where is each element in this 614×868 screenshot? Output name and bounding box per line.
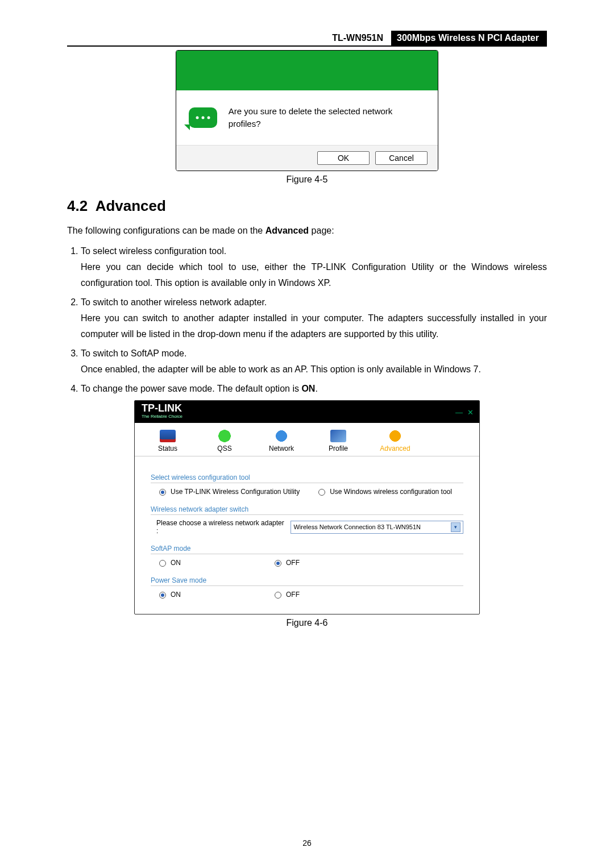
header-desc: 300Mbps Wireless N PCI Adapter — [391, 31, 547, 45]
figure-4-6-caption: Figure 4-6 — [67, 618, 547, 628]
section-title: Advanced — [96, 197, 166, 214]
list-item: To switch to another wireless network ad… — [81, 294, 547, 342]
section-intro: The following configurations can be made… — [67, 223, 547, 239]
header-model: TL-WN951N — [324, 31, 391, 45]
list-item: To switch to SoftAP mode. Once enabled, … — [81, 346, 547, 377]
radio-windows-tool[interactable]: Use Windows wireless configuration tool — [316, 487, 452, 496]
page-number: 26 — [0, 838, 614, 848]
qss-icon — [217, 430, 233, 442]
figure-4-5-caption: Figure 4-5 — [67, 175, 547, 185]
radio-softap-off[interactable]: OFF — [272, 558, 300, 567]
tp-link-utility-window: TP-LINK The Reliable Choice — ✕ Status Q… — [134, 400, 480, 614]
list-item: To select wireless configuration tool. H… — [81, 243, 547, 291]
adapter-switch-legend: Wireless network adapter switch — [151, 505, 463, 515]
list-item: To change the power save mode. The defau… — [81, 381, 547, 397]
softap-legend: SoftAP mode — [151, 545, 463, 554]
dialog-message: Are you sure to delete the selected netw… — [229, 105, 426, 130]
dialog-titlebar — [176, 51, 438, 90]
config-tool-legend: Select wireless configuration tool — [151, 474, 463, 483]
radio-powersave-off[interactable]: OFF — [272, 590, 300, 599]
page-header: TL-WN951N 300Mbps Wireless N PCI Adapter — [67, 31, 547, 47]
minimize-icon[interactable]: — — [455, 408, 463, 417]
numbered-list: To select wireless configuration tool. H… — [67, 243, 547, 397]
power-save-legend: Power Save mode — [151, 576, 463, 586]
ok-button[interactable]: OK — [317, 151, 370, 165]
chevron-down-icon: ▾ — [451, 522, 460, 532]
speech-bubble-icon — [189, 107, 217, 128]
radio-tplink-tool[interactable]: Use TP-LINK Wireless Configuration Utili… — [156, 487, 300, 496]
confirm-delete-dialog: Are you sure to delete the selected netw… — [176, 50, 438, 171]
tab-qss[interactable]: QSS — [196, 426, 253, 456]
section-number: 4.2 — [67, 197, 88, 214]
network-icon — [273, 430, 289, 442]
tab-status[interactable]: Status — [139, 426, 196, 456]
profile-icon — [330, 430, 346, 442]
close-icon[interactable]: ✕ — [467, 408, 474, 417]
tab-advanced[interactable]: Advanced — [367, 426, 424, 456]
tab-bar: Status QSS Network Profile Advanced — [135, 423, 479, 456]
adapter-select[interactable]: Wireless Network Connection 83 TL-WN951N… — [291, 521, 463, 534]
cancel-button[interactable]: Cancel — [375, 151, 428, 165]
adapter-prompt: Please choose a wireless network adapter… — [156, 519, 285, 535]
advanced-icon — [387, 430, 403, 442]
radio-softap-on[interactable]: ON — [156, 558, 181, 567]
tab-profile[interactable]: Profile — [310, 426, 367, 456]
tp-link-logo: TP-LINK The Reliable Choice — [142, 404, 182, 421]
section-heading: 4.2 Advanced — [67, 197, 547, 215]
tab-network[interactable]: Network — [253, 426, 310, 456]
radio-powersave-on[interactable]: ON — [156, 590, 181, 599]
status-icon — [160, 430, 176, 442]
